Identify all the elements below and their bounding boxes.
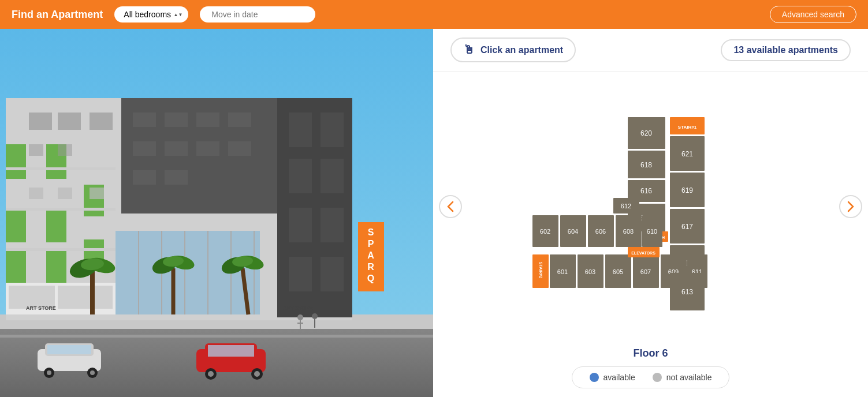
svg-rect-9	[6, 248, 26, 283]
svg-text:616: 616	[640, 187, 651, 195]
unit-605[interactable]: 605	[605, 254, 631, 288]
svg-point-88	[90, 370, 95, 375]
unit-603[interactable]: 603	[578, 254, 603, 288]
svg-rect-23	[133, 113, 156, 127]
svg-rect-34	[321, 113, 344, 147]
svg-text:620: 620	[640, 129, 651, 137]
svg-text:608: 608	[623, 228, 633, 235]
unit-607[interactable]: 607	[633, 254, 659, 288]
svg-rect-15	[29, 113, 52, 130]
svg-text:602: 602	[539, 228, 550, 235]
available-dot	[590, 373, 599, 382]
svg-text:618: 618	[640, 161, 651, 169]
svg-rect-22	[90, 188, 104, 199]
svg-rect-26	[228, 113, 251, 127]
svg-text:S: S	[368, 227, 374, 237]
svg-rect-25	[196, 113, 219, 127]
svg-rect-32	[165, 170, 188, 185]
floor-label: Floor 6	[450, 347, 851, 359]
floor-plan-area: 620 618 616 614 STAI	[433, 72, 868, 342]
svg-rect-33	[289, 113, 312, 147]
unit-618[interactable]: 618	[628, 151, 665, 178]
svg-rect-19	[58, 144, 72, 156]
unit-602[interactable]: 602	[532, 215, 558, 247]
available-count-button[interactable]: 13 available apartments	[721, 39, 851, 61]
bedrooms-select[interactable]: All bedrooms Studio 1 Bedroom 2 Bedrooms…	[114, 6, 188, 23]
svg-rect-84	[47, 345, 91, 354]
unit-617[interactable]: 617	[670, 209, 705, 244]
svg-rect-7	[6, 144, 26, 179]
svg-point-79	[208, 371, 214, 377]
unit-610[interactable]: 610	[642, 215, 662, 247]
svg-text:Q: Q	[367, 274, 374, 283]
svg-text:604: 604	[567, 228, 578, 235]
svg-text:STAIR#2: STAIR#2	[538, 262, 542, 278]
svg-rect-28	[165, 141, 188, 156]
svg-point-86	[47, 370, 51, 375]
svg-rect-30	[228, 141, 251, 156]
svg-rect-50	[6, 208, 116, 211]
right-top-bar: 🖱 Click an apartment 13 available apartm…	[433, 29, 868, 72]
svg-point-89	[297, 314, 303, 320]
svg-rect-29	[196, 141, 219, 156]
svg-text:P: P	[368, 239, 374, 249]
svg-rect-3	[0, 335, 433, 338]
svg-text:601: 601	[557, 268, 567, 275]
svg-rect-39	[289, 257, 312, 291]
next-floor-button[interactable]	[839, 195, 862, 218]
header: Find an Apartment All bedrooms Studio 1 …	[0, 0, 868, 29]
unit-608[interactable]: 608	[616, 215, 642, 247]
svg-rect-77	[208, 345, 254, 357]
right-panel: 🖱 Click an apartment 13 available apartm…	[433, 29, 868, 397]
svg-text:A: A	[367, 250, 374, 260]
svg-rect-16	[58, 113, 81, 130]
unit-604[interactable]: 604	[560, 215, 586, 247]
svg-text:619: 619	[681, 186, 692, 194]
svg-text:606: 606	[595, 228, 605, 235]
legend-available: available	[590, 373, 635, 382]
unit-601[interactable]: 601	[550, 254, 576, 288]
bottom-section: Floor 6 available not available	[433, 342, 868, 397]
svg-rect-38	[321, 208, 344, 242]
click-apartment-button[interactable]: 🖱 Click an apartment	[450, 38, 576, 62]
svg-text:ART STORE: ART STORE	[283, 305, 313, 311]
move-in-date-input[interactable]	[200, 6, 315, 23]
main-content: S P A R Q ART STORE ART STORE	[0, 29, 868, 397]
unit-621[interactable]: 621	[670, 136, 705, 171]
svg-text:610: 610	[646, 228, 657, 235]
svg-text:605: 605	[612, 268, 623, 275]
unit-620[interactable]: 620	[628, 117, 665, 149]
legend-not-available: not available	[653, 373, 712, 382]
legend: available not available	[572, 366, 730, 388]
svg-point-81	[254, 371, 260, 377]
bedrooms-select-wrapper: All bedrooms Studio 1 Bedroom 2 Bedrooms…	[114, 6, 188, 23]
svg-rect-40	[321, 257, 344, 291]
available-label: available	[603, 373, 635, 382]
svg-rect-41	[116, 231, 260, 314]
not-available-label: not available	[666, 373, 712, 382]
svg-text:613: 613	[681, 288, 692, 296]
svg-rect-54	[58, 286, 113, 309]
advanced-search-button[interactable]: Advanced search	[770, 6, 856, 23]
svg-rect-31	[133, 170, 156, 185]
svg-text:ELEVATORS: ELEVATORS	[631, 251, 655, 255]
svg-rect-35	[289, 159, 312, 193]
svg-rect-36	[321, 159, 344, 193]
unit-613[interactable]: 613	[670, 273, 705, 310]
svg-text:603: 603	[584, 268, 595, 275]
svg-rect-8	[6, 208, 26, 242]
svg-text:617: 617	[681, 223, 692, 231]
prev-floor-button[interactable]	[439, 195, 462, 218]
unit-606[interactable]: 606	[588, 215, 614, 247]
svg-rect-20	[29, 188, 43, 199]
svg-rect-24	[165, 113, 188, 127]
not-available-dot	[653, 373, 662, 382]
svg-rect-27	[133, 141, 156, 156]
cursor-icon: 🖱	[463, 43, 475, 57]
svg-rect-51	[6, 167, 116, 170]
floor-plan-svg: 620 618 616 614 STAI	[527, 100, 775, 313]
svg-rect-37	[289, 208, 312, 242]
unit-619[interactable]: 619	[670, 173, 705, 207]
click-apartment-label: Click an apartment	[480, 45, 563, 55]
unit-612[interactable]: 612	[613, 198, 639, 214]
